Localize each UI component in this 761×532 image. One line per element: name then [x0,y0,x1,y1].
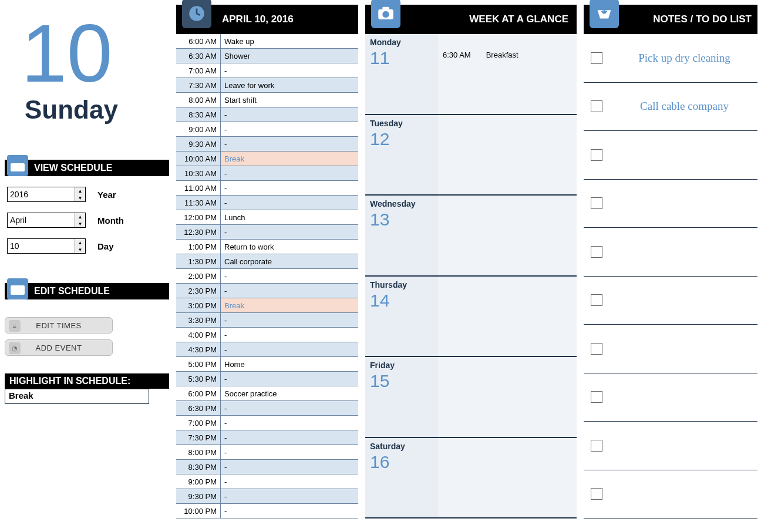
schedule-time: 5:00 PM [176,357,221,371]
week-day-name: Wednesday [370,199,433,208]
edit-schedule-header: EDIT SCHEDULE [5,283,169,299]
schedule-row[interactable]: 4:00 PM- [176,328,358,342]
year-spinner[interactable]: 2016 ▲▼ [7,187,86,202]
schedule-time: 4:30 PM [176,342,221,356]
edit-times-button[interactable]: ≡ EDIT TIMES [5,317,113,334]
schedule-row[interactable]: 8:30 AM- [176,107,358,122]
year-down-icon[interactable]: ▼ [75,194,85,201]
month-spinner[interactable]: April ▲▼ [7,213,86,228]
schedule-time: 12:00 PM [176,210,221,224]
note-checkbox[interactable] [591,197,602,209]
month-down-icon[interactable]: ▼ [75,220,85,227]
schedule-row[interactable]: 10:00 AMBreak [176,151,358,166]
note-checkbox[interactable] [591,440,602,452]
schedule-time: 8:30 PM [176,460,221,474]
week-day-name: Thursday [370,280,433,289]
highlight-input[interactable]: Break [5,389,149,404]
schedule-event: - [221,63,358,78]
schedule-row[interactable]: 2:00 PM- [176,269,358,284]
schedule-time: 7:30 AM [176,78,221,92]
week-header: WEEK AT A GLANCE [365,5,577,34]
schedule-event: - [221,489,358,503]
schedule-row[interactable]: 3:00 PMBreak [176,298,358,313]
schedule-row[interactable]: 4:30 PM- [176,342,358,357]
week-column: WEEK AT A GLANCE Monday116:30 AMBreakfas… [365,5,577,518]
year-value: 2016 [10,190,28,199]
schedule-row[interactable]: 6:30 PM- [176,401,358,416]
schedule-row[interactable]: 9:30 AM- [176,137,358,151]
schedule-time: 12:30 PM [176,225,221,239]
week-day-block[interactable]: Saturday16 [365,438,577,519]
week-day-block[interactable]: Tuesday12 [365,115,577,196]
day-down-icon[interactable]: ▼ [75,246,85,253]
schedule-row[interactable]: 12:30 PM- [176,225,358,240]
schedule-time: 9:30 AM [176,137,221,151]
month-up-icon[interactable]: ▲ [75,213,85,220]
schedule-time: 9:30 PM [176,489,221,503]
schedule-row[interactable]: 9:30 PM- [176,489,358,504]
year-label: Year [97,190,116,200]
week-day-block[interactable]: Wednesday13 [365,196,577,277]
schedule-row[interactable]: 6:00 AMWake up [176,34,358,49]
schedule-row[interactable]: 1:00 PMReturn to work [176,240,358,254]
schedule-row[interactable]: 5:30 PM- [176,372,358,386]
note-text[interactable]: Pick up dry cleaning [616,52,753,65]
day-spinner[interactable]: 10 ▲▼ [7,238,86,254]
schedule-event: - [221,416,358,430]
schedule-row[interactable]: 11:30 AM- [176,196,358,210]
day-up-icon[interactable]: ▲ [75,239,85,246]
schedule-row[interactable]: 2:30 PM- [176,284,358,298]
note-checkbox[interactable] [591,100,602,112]
month-value: April [10,216,26,225]
schedule-row[interactable]: 9:00 AM- [176,122,358,137]
notes-header: NOTES / TO DO LIST [584,5,757,34]
camera-badge-icon [371,0,400,28]
week-day-block[interactable]: Friday15 [365,357,577,438]
schedule-time: 6:00 PM [176,386,221,400]
add-event-button[interactable]: ◔ ADD EVENT [5,339,113,356]
schedule-row[interactable]: 5:00 PMHome [176,357,358,372]
schedule-row[interactable]: 7:00 PM- [176,416,358,430]
schedule-row[interactable]: 8:00 AMStart shift [176,93,358,107]
schedule-time: 2:00 PM [176,269,221,283]
schedule-row[interactable]: 8:30 PM- [176,460,358,474]
schedule-row[interactable]: 6:00 PMSoccer practice [176,386,358,401]
schedule-event: - [221,504,358,518]
day-label: Day [97,241,114,251]
note-checkbox[interactable] [591,246,602,258]
schedule-event: Wake up [221,34,358,48]
schedule-row[interactable]: 1:30 PMCall corporate [176,254,358,269]
note-text[interactable]: Call cable company [616,100,753,113]
sidebar: 10 Sunday VIEW SCHEDULE 2016 ▲▼ Year Apr… [5,5,169,518]
note-checkbox[interactable] [591,488,602,500]
schedule-time: 6:30 PM [176,401,221,415]
schedule-row[interactable]: 8:00 PM- [176,445,358,460]
schedule-row[interactable]: 7:30 AMLeave for work [176,78,358,93]
schedule-row[interactable]: 3:30 PM- [176,313,358,328]
svg-point-2 [382,11,389,18]
schedule-event: - [221,372,358,386]
schedule-time: 8:00 PM [176,445,221,459]
week-day-number: 13 [370,210,433,230]
schedule-row[interactable]: 10:30 AM- [176,166,358,181]
note-checkbox[interactable] [591,343,602,355]
schedule-time: 10:30 AM [176,166,221,180]
week-day-block[interactable]: Thursday14 [365,277,577,358]
year-up-icon[interactable]: ▲ [75,187,85,194]
schedule-row[interactable]: 11:00 AM- [176,181,358,196]
schedule-row[interactable]: 6:30 AMShower [176,49,358,63]
note-row [584,422,757,470]
schedule-row[interactable]: 10:00 PM- [176,504,358,518]
note-checkbox[interactable] [591,294,602,306]
note-checkbox[interactable] [591,52,602,64]
week-day-number: 11 [370,48,433,68]
note-row [584,228,757,277]
schedule-row[interactable]: 9:00 PM- [176,474,358,489]
note-checkbox[interactable] [591,149,602,161]
schedule-row[interactable]: 7:00 AM- [176,63,358,78]
schedule-event: - [221,474,358,489]
note-checkbox[interactable] [591,391,602,403]
week-day-block[interactable]: Monday116:30 AMBreakfast [365,34,577,115]
schedule-row[interactable]: 7:30 PM- [176,430,358,445]
schedule-row[interactable]: 12:00 PMLunch [176,210,358,225]
